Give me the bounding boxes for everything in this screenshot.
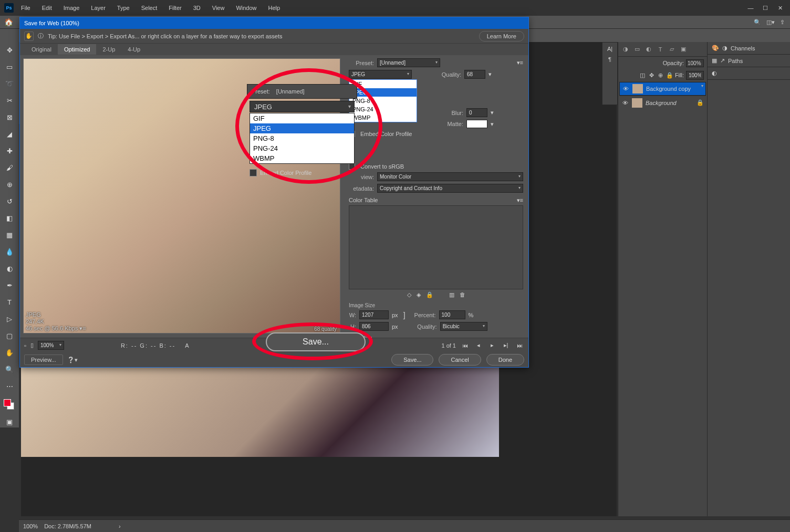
menu-view[interactable]: View: [210, 4, 227, 12]
home-icon[interactable]: 🏠: [4, 18, 13, 26]
dodge-tool-icon[interactable]: ◐: [4, 263, 15, 274]
color-swatch-icon[interactable]: 🎨: [712, 45, 719, 51]
preview-button[interactable]: Preview...: [24, 354, 63, 365]
learn-more-button[interactable]: Learn More: [479, 31, 524, 41]
menu-type[interactable]: Type: [115, 4, 132, 12]
smart-icon[interactable]: ▣: [679, 46, 688, 53]
window-min-icon[interactable]: —: [747, 5, 754, 12]
crop-tool-icon[interactable]: ✂: [4, 95, 15, 106]
tab-optimized[interactable]: Optimized: [58, 44, 97, 55]
ct-icon1[interactable]: ◇: [407, 291, 411, 298]
mask-icon[interactable]: ▭: [633, 46, 641, 53]
stamp-tool-icon[interactable]: ⊕: [4, 179, 15, 190]
menu-file[interactable]: File: [19, 4, 33, 12]
fill-input[interactable]: [686, 71, 704, 80]
format-opt-jpeg[interactable]: JPEG: [349, 88, 417, 97]
visibility-icon[interactable]: 👁: [621, 100, 629, 106]
format-opt-gif[interactable]: GIF: [349, 80, 417, 88]
format-opt-png8[interactable]: PNG-8: [349, 97, 417, 105]
save-button[interactable]: Save...: [391, 354, 433, 366]
height-input[interactable]: [359, 322, 389, 331]
paths-tab[interactable]: Paths: [728, 58, 743, 64]
ct-icon4[interactable]: ▥: [449, 291, 454, 298]
channels-tab[interactable]: Channels: [731, 45, 755, 51]
tab-4up[interactable]: 4-Up: [121, 44, 147, 55]
preset-select[interactable]: [Unnamed]: [377, 58, 440, 67]
color-swatch-icon[interactable]: [4, 399, 15, 411]
more-icon[interactable]: ⋯: [4, 380, 15, 392]
frame-tool-icon[interactable]: ⊠: [4, 111, 15, 123]
first-frame-icon[interactable]: ⏮: [460, 342, 470, 349]
menu-image[interactable]: Image: [61, 4, 82, 12]
history-icon[interactable]: ◐: [712, 70, 717, 77]
grid-icon[interactable]: ▦: [712, 57, 717, 64]
colortable-menu-icon[interactable]: ▾≡: [517, 197, 523, 204]
menu-help[interactable]: Help: [266, 4, 283, 12]
preset-menu-icon[interactable]: ▾≡: [517, 59, 523, 66]
tab-2up[interactable]: 2-Up: [96, 44, 121, 55]
eraser-tool-icon[interactable]: ◧: [4, 212, 15, 224]
screen-mode-icon[interactable]: ▣: [4, 416, 15, 427]
preview-pane[interactable]: JPEG 247,4K 46 sec @ 56.6 Kbps ▾≡ 68 qua…: [23, 58, 340, 333]
search-icon[interactable]: 🔍: [754, 19, 761, 26]
move-tool-icon[interactable]: ✥: [4, 44, 15, 56]
eyedropper-tool-icon[interactable]: ◢: [4, 128, 15, 140]
menu-3d[interactable]: 3D: [191, 4, 203, 12]
last-frame-icon[interactable]: ⏭: [515, 342, 524, 349]
resample-select[interactable]: Bicubic: [440, 322, 487, 331]
opacity-input[interactable]: [686, 59, 704, 67]
menu-layer[interactable]: Layer: [89, 4, 108, 12]
play-icon[interactable]: ▸: [487, 342, 497, 349]
hand-tool-icon[interactable]: ✋: [4, 347, 15, 358]
window-close-icon[interactable]: ✕: [776, 5, 784, 12]
ct-icon2[interactable]: ◈: [417, 291, 421, 298]
quality-input[interactable]: [464, 70, 485, 79]
paths-icon[interactable]: ↗: [720, 57, 725, 64]
history-brush-icon[interactable]: ↺: [4, 195, 15, 207]
tab-original[interactable]: Original: [25, 44, 58, 55]
next-frame-icon[interactable]: ▸|: [501, 342, 511, 349]
visibility-icon[interactable]: 👁: [622, 86, 629, 92]
panel-icon-2[interactable]: ¶: [608, 56, 611, 62]
layer-row[interactable]: 👁 Background copy: [619, 82, 706, 96]
path-select-icon[interactable]: ▷: [4, 313, 15, 325]
hand-icon[interactable]: ✋: [24, 32, 34, 41]
blur-tool-icon[interactable]: 💧: [4, 246, 15, 257]
layer-row[interactable]: 👁 Background 🔒: [619, 96, 706, 109]
panel-icon-1[interactable]: A|: [607, 46, 612, 52]
percent-input[interactable]: [439, 310, 465, 319]
lock-pos-icon[interactable]: ⊕: [657, 72, 664, 79]
zoom-tool-icon[interactable]: 🔍: [4, 363, 15, 375]
previewview-select[interactable]: Monitor Color: [377, 172, 523, 181]
menu-select[interactable]: Select: [139, 4, 160, 12]
link-icon[interactable]: ]: [403, 311, 406, 319]
done-button[interactable]: Done: [486, 354, 524, 366]
menu-filter[interactable]: Filter: [167, 4, 183, 12]
metadata-select[interactable]: Copyright and Contact Info: [377, 184, 523, 193]
status-arrow-icon[interactable]: ›: [119, 523, 121, 529]
gradient-tool-icon[interactable]: ▦: [4, 229, 15, 241]
lock-all-icon[interactable]: 🔒: [666, 72, 673, 79]
lasso-tool-icon[interactable]: ➰: [4, 78, 15, 89]
style-icon[interactable]: ◐: [645, 46, 653, 53]
ct-icon3[interactable]: 🔒: [426, 291, 433, 298]
type-tool-icon[interactable]: T: [4, 296, 15, 308]
ct-trash-icon[interactable]: 🗑: [460, 291, 465, 298]
workspace-icon[interactable]: ◫▾: [766, 19, 775, 26]
healing-tool-icon[interactable]: ✚: [4, 145, 15, 157]
zoom-readout[interactable]: 100%: [23, 523, 38, 529]
zoom-select[interactable]: 100%: [38, 341, 64, 350]
matte-color[interactable]: [466, 120, 487, 128]
cancel-button[interactable]: Cancel: [439, 354, 481, 366]
prev-frame-icon[interactable]: ◂: [474, 342, 483, 349]
brush-tool-icon[interactable]: 🖌: [4, 162, 15, 173]
format-dropdown[interactable]: GIF JPEG PNG-8 PNG-24 WBMP: [349, 79, 417, 122]
menu-edit[interactable]: Edit: [40, 4, 54, 12]
width-input[interactable]: [359, 310, 389, 319]
convert-checkbox[interactable]: [349, 163, 355, 170]
slice-vis2-icon[interactable]: ▯: [30, 342, 34, 349]
menu-window[interactable]: Window: [234, 4, 258, 12]
pen-tool-icon[interactable]: ✒: [4, 279, 15, 291]
window-max-icon[interactable]: ☐: [762, 5, 769, 12]
format-opt-wbmp[interactable]: WBMP: [349, 113, 417, 122]
